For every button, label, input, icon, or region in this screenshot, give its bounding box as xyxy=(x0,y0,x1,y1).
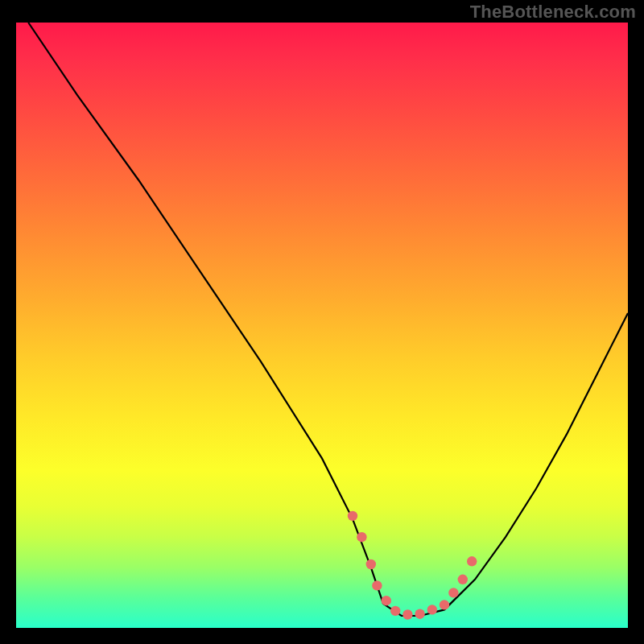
marker-dot xyxy=(415,609,424,619)
marker-dot xyxy=(467,556,477,566)
chart-frame: TheBottleneck.com xyxy=(0,0,644,644)
marker-dot xyxy=(372,580,382,590)
plot-area xyxy=(16,23,628,628)
curve-svg xyxy=(16,23,628,628)
marker-dot xyxy=(348,511,357,521)
marker-dots xyxy=(348,511,477,620)
marker-dot xyxy=(427,605,437,614)
marker-dot xyxy=(448,588,458,597)
marker-dot xyxy=(440,600,449,609)
bottleneck-curve xyxy=(28,23,628,616)
marker-dot xyxy=(402,609,412,619)
marker-dot xyxy=(357,532,366,542)
watermark-text: TheBottleneck.com xyxy=(470,2,636,23)
marker-dot xyxy=(390,606,400,616)
marker-dot xyxy=(458,575,468,584)
marker-dot xyxy=(366,559,376,569)
marker-dot xyxy=(382,596,391,605)
